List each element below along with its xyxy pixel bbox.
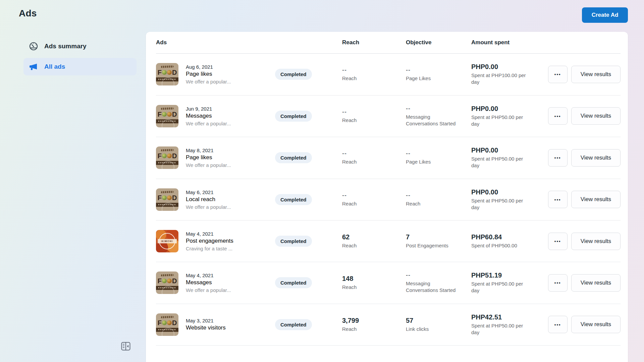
ad-date: May 8, 2021 — [186, 147, 237, 153]
food-script-decoration — [161, 316, 173, 318]
reach-cell: -- Reach — [342, 109, 406, 124]
amount-value: PHP0.00 — [471, 105, 542, 113]
ad-cell: FD May 3, 2021 Website visitors — [156, 313, 275, 336]
more-options-button[interactable]: ••• — [548, 149, 568, 167]
view-results-button[interactable]: View results — [571, 149, 621, 167]
column-header-objective: Objective — [406, 39, 471, 46]
reach-cell: 148 Reach — [342, 275, 406, 291]
ad-name[interactable]: Website visitors — [186, 324, 237, 331]
reach-cell: 62 Reach — [342, 233, 406, 249]
status-badge: Completed — [275, 277, 312, 288]
view-results-button[interactable]: View results — [571, 316, 621, 333]
more-options-button[interactable]: ••• — [548, 316, 568, 333]
table-row: FD May 6, 2021 Local reach We offer a po… — [156, 179, 621, 221]
collapse-sidebar-icon[interactable] — [121, 342, 131, 351]
more-options-button[interactable]: ••• — [548, 233, 568, 250]
ad-cell: FD Jun 9, 2021 Messages We offer a popul… — [156, 105, 275, 127]
ad-description: We offer a popular... — [186, 287, 237, 293]
reach-cell: -- Reach — [342, 67, 406, 82]
table-row: FD Jun 9, 2021 Messages We offer a popul… — [156, 96, 621, 137]
objective-value: -- — [406, 150, 471, 157]
reach-value: 3,799 — [342, 317, 406, 324]
amount-sub: Spent at PHP50.00 per day — [471, 322, 528, 336]
sidebar-item-ads-summary[interactable]: Ads summary — [23, 38, 137, 55]
reach-cell: -- Reach — [342, 150, 406, 165]
ad-date: May 6, 2021 — [186, 189, 237, 195]
reach-cell: 3,799 Reach — [342, 317, 406, 333]
table-header: Ads Reach Objective Amount spent — [156, 32, 621, 54]
column-header-amount: Amount spent — [471, 39, 542, 46]
view-results-button[interactable]: View results — [571, 191, 621, 208]
table-row: FD Aug 6, 2021 Page likes We offer a pop… — [156, 54, 621, 96]
amount-value: PHP42.51 — [471, 313, 542, 321]
reach-label: Reach — [342, 117, 400, 124]
amount-sub: Spent at PHP50.00 per day — [471, 281, 528, 294]
amount-cell: PHP60.84 Spent of PHP500.00 — [471, 233, 542, 249]
ad-name[interactable]: Local reach — [186, 196, 237, 203]
objective-cell: -- Messaging Conversations Started — [406, 272, 471, 294]
reach-label: Reach — [342, 75, 400, 82]
ad-name[interactable]: Page likes — [186, 70, 237, 78]
objective-cell: -- Page Likes — [406, 67, 471, 82]
food-script-decoration — [161, 191, 173, 193]
view-results-button[interactable]: View results — [571, 233, 621, 250]
food-logo-thumbnail: FD — [156, 146, 178, 169]
table-row: FD May 4, 2021 Messages We offer a popul… — [156, 262, 621, 304]
ad-cell: FD May 4, 2021 Messages We offer a popul… — [156, 272, 275, 294]
reach-label: Reach — [342, 326, 400, 333]
amount-sub: Spent at PHP50.00 per day — [471, 114, 528, 128]
reach-value: 148 — [342, 275, 406, 283]
ad-name[interactable]: Post engagements — [186, 237, 237, 245]
ad-date: May 3, 2021 — [186, 318, 237, 323]
status-badge: Completed — [275, 69, 312, 80]
ad-date: May 4, 2021 — [186, 273, 237, 278]
ad-name[interactable]: Page likes — [186, 154, 237, 161]
objective-cell: 7 Post Engagements — [406, 233, 471, 249]
more-options-button[interactable]: ••• — [548, 274, 568, 292]
reach-label: Reach — [342, 242, 400, 249]
ad-name[interactable]: Messages — [186, 112, 237, 120]
objective-cell: -- Page Likes — [406, 150, 471, 165]
reach-value: -- — [342, 150, 406, 157]
objective-label: Page Likes — [406, 75, 464, 82]
view-results-button[interactable]: View results — [571, 66, 621, 83]
more-options-button[interactable]: ••• — [548, 191, 568, 208]
food-script-decoration — [161, 66, 173, 68]
status-badge: Completed — [275, 152, 312, 163]
objective-cell: -- Messaging Conversations Started — [406, 105, 471, 127]
view-results-button[interactable]: View results — [571, 274, 621, 292]
amount-cell: PHP0.00 Spent at PHP50.00 per day — [471, 188, 542, 211]
more-options-button[interactable]: ••• — [548, 107, 568, 125]
sidebar: Ads summary All ads — [23, 38, 137, 78]
food-logo-thumbnail: FD — [156, 313, 178, 336]
objective-value: -- — [406, 272, 471, 279]
table-body: FD Aug 6, 2021 Page likes We offer a pop… — [156, 54, 621, 346]
reach-value: -- — [342, 109, 406, 116]
gauge-icon — [29, 41, 39, 51]
objective-value: 57 — [406, 317, 471, 324]
sidebar-item-label: Ads summary — [44, 43, 87, 50]
create-ad-button[interactable]: Create Ad — [582, 7, 628, 23]
food-script-decoration — [161, 274, 173, 277]
objective-label: Post Engagements — [406, 242, 464, 249]
ad-name[interactable]: Messages — [186, 279, 237, 286]
amount-sub: Spent at PHP100.00 per day — [471, 72, 528, 86]
ads-table-card: Ads Reach Objective Amount spent FD Aug … — [146, 32, 628, 362]
objective-value: 7 — [406, 233, 471, 241]
ad-cell: KIMCHI May 4, 2021 Post engagements Crav… — [156, 230, 275, 252]
amount-value: PHP60.84 — [471, 233, 542, 241]
page-title: Ads — [19, 8, 37, 19]
amount-cell: PHP0.00 Spent at PHP100.00 per day — [471, 63, 542, 86]
more-options-button[interactable]: ••• — [548, 66, 568, 83]
reach-label: Reach — [342, 159, 400, 165]
status-badge: Completed — [275, 236, 312, 247]
table-row: FD May 8, 2021 Page likes We offer a pop… — [156, 137, 621, 179]
view-results-button[interactable]: View results — [571, 107, 621, 125]
amount-sub: Spent of PHP500.00 — [471, 242, 528, 249]
amount-value: PHP51.19 — [471, 272, 542, 279]
amount-cell: PHP0.00 Spent at PHP50.00 per day — [471, 146, 542, 169]
column-header-ads: Ads — [156, 39, 275, 46]
ad-date: Aug 6, 2021 — [186, 64, 237, 70]
sidebar-item-all-ads[interactable]: All ads — [23, 58, 137, 75]
column-header-reach: Reach — [342, 39, 406, 46]
